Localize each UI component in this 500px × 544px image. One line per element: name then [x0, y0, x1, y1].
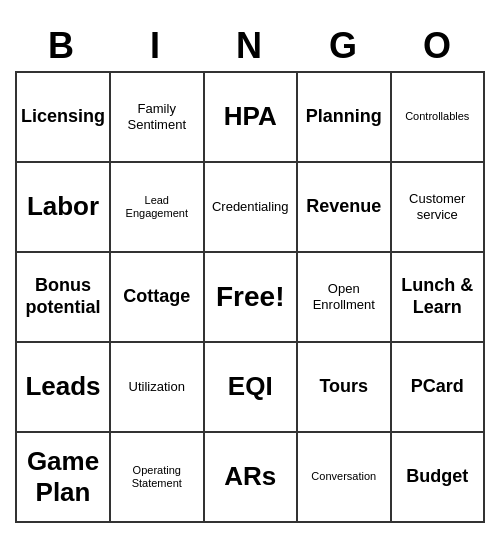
bingo-cell-6[interactable]: Lead Engagement [111, 163, 204, 253]
header-o: O [391, 21, 485, 71]
cell-text-2: HPA [224, 101, 277, 132]
bingo-cell-11[interactable]: Cottage [111, 253, 204, 343]
header-n: N [203, 21, 297, 71]
bingo-cell-8[interactable]: Revenue [298, 163, 392, 253]
bingo-cell-20[interactable]: Game Plan [17, 433, 111, 523]
bingo-cell-24[interactable]: Budget [392, 433, 486, 523]
bingo-cell-12[interactable]: Free! [205, 253, 299, 343]
bingo-cell-0[interactable]: Licensing [17, 73, 111, 163]
cell-text-22: ARs [224, 461, 276, 492]
cell-text-8: Revenue [306, 196, 381, 218]
cell-text-19: PCard [411, 376, 464, 398]
cell-text-5: Labor [27, 191, 99, 222]
bingo-cell-23[interactable]: Conversation [298, 433, 392, 523]
cell-text-6: Lead Engagement [115, 194, 198, 220]
bingo-cell-9[interactable]: Customer service [392, 163, 486, 253]
bingo-cell-10[interactable]: Bonus potential [17, 253, 111, 343]
header-g: G [297, 21, 391, 71]
cell-text-23: Conversation [311, 470, 376, 483]
bingo-cell-4[interactable]: Controllables [392, 73, 486, 163]
bingo-cell-2[interactable]: HPA [205, 73, 299, 163]
cell-text-20: Game Plan [21, 446, 105, 508]
bingo-cell-16[interactable]: Utilization [111, 343, 204, 433]
cell-text-11: Cottage [123, 286, 190, 308]
cell-text-12: Free! [216, 280, 284, 314]
bingo-cell-5[interactable]: Labor [17, 163, 111, 253]
bingo-cell-1[interactable]: Family Sentiment [111, 73, 204, 163]
cell-text-24: Budget [406, 466, 468, 488]
cell-text-7: Credentialing [212, 199, 289, 215]
bingo-cell-17[interactable]: EQI [205, 343, 299, 433]
cell-text-3: Planning [306, 106, 382, 128]
cell-text-17: EQI [228, 371, 273, 402]
bingo-cell-21[interactable]: Operating Statement [111, 433, 204, 523]
cell-text-21: Operating Statement [115, 464, 198, 490]
cell-text-0: Licensing [21, 106, 105, 128]
header-i: I [109, 21, 203, 71]
cell-text-4: Controllables [405, 110, 469, 123]
header-b: B [15, 21, 109, 71]
cell-text-15: Leads [25, 371, 100, 402]
cell-text-13: Open Enrollment [302, 281, 386, 312]
bingo-cell-14[interactable]: Lunch & Learn [392, 253, 486, 343]
cell-text-18: Tours [319, 376, 368, 398]
cell-text-9: Customer service [396, 191, 480, 222]
bingo-card: B I N G O LicensingFamily SentimentHPAPl… [15, 21, 485, 523]
bingo-cell-19[interactable]: PCard [392, 343, 486, 433]
bingo-cell-3[interactable]: Planning [298, 73, 392, 163]
bingo-cell-15[interactable]: Leads [17, 343, 111, 433]
bingo-cell-18[interactable]: Tours [298, 343, 392, 433]
cell-text-16: Utilization [129, 379, 185, 395]
bingo-grid: LicensingFamily SentimentHPAPlanningCont… [15, 71, 485, 523]
cell-text-1: Family Sentiment [115, 101, 198, 132]
bingo-cell-22[interactable]: ARs [205, 433, 299, 523]
cell-text-14: Lunch & Learn [396, 275, 480, 318]
cell-text-10: Bonus potential [21, 275, 105, 318]
bingo-header: B I N G O [15, 21, 485, 71]
bingo-cell-13[interactable]: Open Enrollment [298, 253, 392, 343]
bingo-cell-7[interactable]: Credentialing [205, 163, 299, 253]
